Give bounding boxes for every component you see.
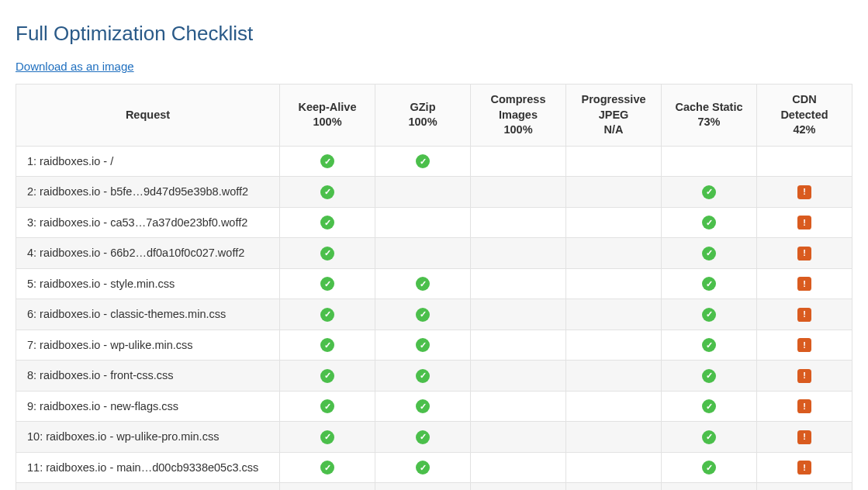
- check-icon: ✓: [702, 399, 716, 413]
- cache-cell: ✓: [662, 361, 757, 392]
- gzip-cell: ✓: [375, 330, 471, 361]
- keepalive-cell: ✓: [280, 207, 375, 238]
- gzip-cell: [375, 207, 471, 238]
- keepalive-cell: ✓: [280, 391, 375, 422]
- table-row: 5: raidboxes.io - style.min.css✓✓✓!: [16, 268, 852, 299]
- cache-cell: ✓: [662, 330, 757, 361]
- cache-cell: ✓: [662, 238, 757, 269]
- gzip-cell: ✓: [375, 146, 471, 177]
- check-icon: ✓: [416, 430, 430, 444]
- table-row: 8: raidboxes.io - front-css.css✓✓✓!: [16, 361, 852, 392]
- check-icon: ✓: [416, 369, 430, 383]
- request-cell: 9: raidboxes.io - new-flags.css: [16, 391, 280, 422]
- compress-cell: [471, 391, 566, 422]
- gzip-cell: ✓: [375, 268, 471, 299]
- cache-cell: ✓: [662, 452, 757, 483]
- table-row: 3: raidboxes.io - ca53…7a37d0e23bf0.woff…: [16, 207, 852, 238]
- progjpeg-cell: [566, 207, 662, 238]
- keepalive-cell: ✓: [280, 238, 375, 269]
- request-cell: 11: raidboxes.io - main…d00cb9338e05c3.c…: [16, 452, 280, 483]
- progjpeg-cell: [566, 299, 662, 330]
- cdn-cell: [757, 146, 852, 177]
- compress-cell: [471, 361, 566, 392]
- check-icon: ✓: [320, 247, 334, 261]
- table-row: 2: raidboxes.io - b5fe…9d47d95e39b8.woff…: [16, 177, 852, 208]
- check-icon: ✓: [416, 338, 430, 352]
- check-icon: ✓: [702, 338, 716, 352]
- header-label: Keep-Alive: [299, 101, 357, 113]
- compress-cell: [471, 177, 566, 208]
- check-icon: ✓: [320, 399, 334, 413]
- cache-cell: ✓: [662, 207, 757, 238]
- cdn-cell: !: [757, 452, 852, 483]
- gzip-cell: ✓: [375, 483, 471, 490]
- cdn-cell: !: [757, 299, 852, 330]
- warning-icon: !: [797, 308, 811, 322]
- table-header-row: Request Keep-Alive 100% GZip 100% Compre…: [16, 85, 852, 147]
- compress-cell: [471, 483, 566, 490]
- check-icon: ✓: [320, 430, 334, 444]
- header-value: 100%: [482, 122, 555, 138]
- check-icon: ✓: [320, 277, 334, 291]
- table-row: 11: raidboxes.io - main…d00cb9338e05c3.c…: [16, 452, 852, 483]
- warning-icon: !: [797, 185, 811, 199]
- cdn-cell: !: [757, 422, 852, 453]
- cdn-cell: !: [757, 391, 852, 422]
- download-image-link[interactable]: Download as an image: [16, 60, 134, 73]
- check-icon: ✓: [320, 369, 334, 383]
- progjpeg-cell: [566, 330, 662, 361]
- keepalive-cell: ✓: [280, 483, 375, 490]
- table-row: 4: raidboxes.io - 66b2…df0a10f0c027.woff…: [16, 238, 852, 269]
- table-row: 12: raidboxes.io - rege…tor-runtime.min.…: [16, 483, 852, 490]
- header-progjpeg: Progressive JPEG N/A: [566, 85, 662, 147]
- check-icon: ✓: [320, 461, 334, 474]
- cache-cell: ✓: [662, 391, 757, 422]
- check-icon: ✓: [416, 399, 430, 413]
- progjpeg-cell: [566, 452, 662, 483]
- cdn-cell: !: [757, 483, 852, 490]
- keepalive-cell: ✓: [280, 299, 375, 330]
- check-icon: ✓: [702, 277, 716, 291]
- cache-cell: ✓: [662, 268, 757, 299]
- warning-icon: !: [797, 338, 811, 352]
- request-cell: 8: raidboxes.io - front-css.css: [16, 361, 280, 392]
- cdn-cell: !: [757, 207, 852, 238]
- page-title: Full Optimization Checklist: [16, 22, 852, 46]
- check-icon: ✓: [702, 461, 716, 474]
- header-value: 100%: [386, 115, 459, 130]
- table-row: 9: raidboxes.io - new-flags.css✓✓✓!: [16, 391, 852, 422]
- progjpeg-cell: [566, 268, 662, 299]
- check-icon: ✓: [416, 461, 430, 474]
- check-icon: ✓: [320, 154, 334, 168]
- cdn-cell: !: [757, 330, 852, 361]
- compress-cell: [471, 146, 566, 177]
- header-compress: Compress Images 100%: [471, 85, 566, 147]
- check-icon: ✓: [702, 430, 716, 444]
- compress-cell: [471, 452, 566, 483]
- table-row: 7: raidboxes.io - wp-ulike.min.css✓✓✓!: [16, 330, 852, 361]
- check-icon: ✓: [702, 185, 716, 199]
- warning-icon: !: [797, 461, 811, 474]
- cdn-cell: !: [757, 177, 852, 208]
- keepalive-cell: ✓: [280, 268, 375, 299]
- progjpeg-cell: [566, 238, 662, 269]
- check-icon: ✓: [320, 338, 334, 352]
- gzip-cell: ✓: [375, 361, 471, 392]
- table-row: 1: raidboxes.io - /✓✓: [16, 146, 852, 177]
- compress-cell: [471, 330, 566, 361]
- header-label: Compress Images: [491, 93, 546, 121]
- keepalive-cell: ✓: [280, 361, 375, 392]
- check-icon: ✓: [702, 247, 716, 261]
- request-cell: 5: raidboxes.io - style.min.css: [16, 268, 280, 299]
- warning-icon: !: [797, 247, 811, 261]
- request-cell: 7: raidboxes.io - wp-ulike.min.css: [16, 330, 280, 361]
- compress-cell: [471, 207, 566, 238]
- gzip-cell: [375, 238, 471, 269]
- request-cell: 12: raidboxes.io - rege…tor-runtime.min.…: [16, 483, 280, 490]
- progjpeg-cell: [566, 422, 662, 453]
- keepalive-cell: ✓: [280, 177, 375, 208]
- cache-cell: ✓: [662, 177, 757, 208]
- keepalive-cell: ✓: [280, 330, 375, 361]
- header-label: CDN Detected: [780, 93, 828, 121]
- progjpeg-cell: [566, 177, 662, 208]
